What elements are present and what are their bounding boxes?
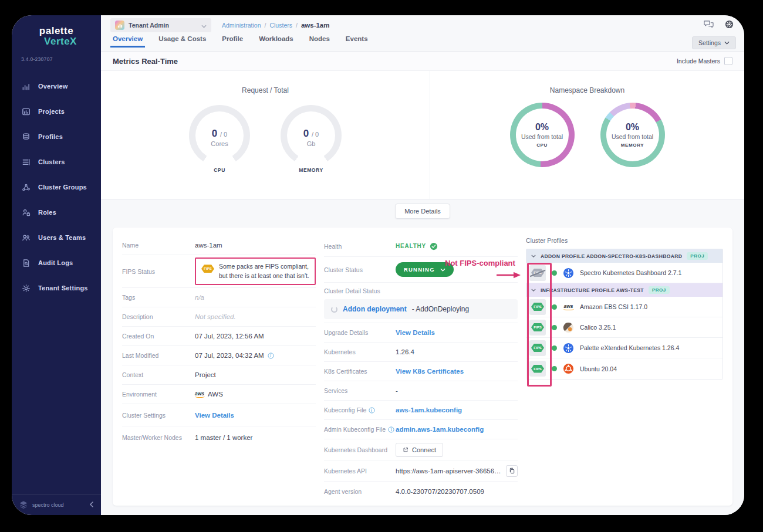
sidebar-item-clusters[interactable]: Clusters [12,150,101,175]
copy-icon [509,467,515,474]
sidebar-item-users-teams[interactable]: Users & Teams [12,225,101,250]
detail-label: Kubernetes [324,348,396,355]
pack-name: Ubuntu 20.04 [580,365,617,372]
info-icon[interactable] [388,426,394,433]
tab-events[interactable]: Events [346,35,368,48]
environment-value: AWS [208,391,223,398]
status-dot [552,366,557,371]
breadcrumb-separator: / [296,22,298,29]
detail-label: Kubernetes Dashboard [324,446,396,453]
detail-row-description: Description Not specified. [122,307,316,327]
cluster-profiles-table: ADDON PROFILE ADDON-SPECTRO-K8S-DASHBOAR… [526,249,723,379]
tab-profile[interactable]: Profile [222,35,243,48]
upgrade-details-link[interactable]: View Details [396,329,435,336]
pack-row-calico[interactable]: FIPS Calico 3.25.1 [526,317,723,338]
fips-compliant-icon: FIPS [529,299,546,315]
detail-label: Cluster Settings [122,412,195,419]
sidebar-item-roles[interactable]: Roles [12,200,101,225]
kubeconfig-file-link[interactable]: aws-1am.kubeconfig [396,406,462,414]
profile-header-text: INFRASTRUCTURE PROFILE AWS-TEST [541,287,644,293]
tab-workloads[interactable]: Workloads [259,35,293,48]
feedback-chat-button[interactable] [703,20,714,31]
addon-deployment-link[interactable]: Addon deployment [343,305,407,313]
pack-row-ubuntu[interactable]: FIPS Ubuntu 20.04 [526,358,723,379]
pack-name: Calico 3.25.1 [580,324,616,331]
sidebar-item-label: Profiles [38,133,63,140]
detail-row-services: Services - [324,381,518,401]
sidebar-item-audit-logs[interactable]: Audit Logs [12,250,101,276]
stack-icon [22,133,31,141]
fips-status-text: Some packs are FIPS compliant, but there… [219,262,309,280]
tags-value: n/a [195,294,204,301]
sidebar-item-cluster-groups[interactable]: Cluster Groups [12,175,101,200]
detail-row-k8s-certificates: K8s Certificates View K8s Certificates [324,362,518,381]
more-details-button[interactable]: More Details [395,204,450,219]
info-icon[interactable] [268,353,274,359]
sidebar-item-label: Clusters [38,158,65,165]
settings-button[interactable]: Settings [692,36,736,49]
cpu-gauge: 0 / 0 Cores CPU [187,105,252,173]
addon-profile-header[interactable]: ADDON PROFILE ADDON-SPECTRO-K8S-DASHBOAR… [526,249,723,263]
pack-name: Spectro Kubernetes Dashboard 2.7.1 [580,269,681,276]
admin-kubeconfig-file-link[interactable]: admin.aws-1am.kubeconfig [396,426,484,433]
tab-usage-costs[interactable]: Usage & Costs [158,35,206,48]
settings-gear-button[interactable] [725,20,734,31]
memory-donut-pct: 0% [626,122,639,133]
description-value: Not specified. [195,313,236,320]
detail-row-agent-version: Agent version 4.0.0-230707/20230707.0509 [324,482,518,501]
detail-row-fips-status: FIPS Status FIPS Some packs are FIPS com… [122,255,316,288]
pack-row-palette-extended-k8s[interactable]: FIPS Palette eXtended Kubernetes 1.26.4 [526,338,723,358]
cpu-gauge-label: CPU [214,167,225,173]
metrics-charts: Request / Total 0 / 0 Cores CPU [101,70,744,199]
sidebar-collapse-button[interactable] [89,501,94,509]
profile-header-text: ADDON PROFILE ADDON-SPECTRO-K8S-DASHBOAR… [541,253,682,259]
connect-button[interactable]: Connect [396,443,443,457]
cluster-status-value: RUNNING [404,266,435,273]
sidebar-item-tenant-settings[interactable]: Tenant Settings [12,276,101,301]
tab-overview[interactable]: Overview [113,35,143,48]
pack-row-amazon-ebs-csi[interactable]: FIPS aws Amazon EBS CSI 1.17.0 [526,297,723,317]
pack-row-spectro-dashboard[interactable]: FIPS Spectro Kubernetes Dashboard 2.7.1 [526,263,723,283]
detail-row-nodes: Master/Worker Nodes 1 master / 1 worker [122,426,316,449]
nodes-icon [22,183,31,192]
fips-compliant-icon: FIPS [529,361,546,377]
tab-nodes[interactable]: Nodes [309,35,330,48]
k8s-certificates-link[interactable]: View K8s Certificates [396,368,464,375]
info-icon[interactable] [369,407,375,414]
logo-line2: VerteX [20,36,101,47]
detail-label: Upgrade Details [324,329,396,336]
cluster-details-card: Name aws-1am FIPS Status FIPS Some packs… [113,228,732,506]
created-on-value: 07 Jul, 2023, 12:56 AM [195,333,264,340]
detail-label: Health [324,243,396,250]
tenant-icon [115,21,124,30]
cluster-settings-link[interactable]: View Details [195,412,234,419]
sidebar-item-profiles[interactable]: Profiles [12,124,101,150]
breadcrumb-administration[interactable]: Administration [222,22,261,29]
fraction-separator: / [312,131,313,138]
scope-selector[interactable]: Tenant Admin [110,18,211,32]
detail-label: Admin Kubeconfig File [324,426,386,433]
memory-donut-caption: Used from total [612,133,653,140]
fips-status-highlight-box: FIPS Some packs are FIPS compliant, but … [195,257,316,284]
cluster-detail-status-box: Addon deployment - AddOnDeploying [324,299,518,319]
proj-badge: PROJ [649,286,670,294]
copy-button[interactable] [506,465,518,477]
sidebar-item-overview[interactable]: Overview [12,74,101,99]
fips-compliant-icon: FIPS [529,340,546,356]
namespace-breakdown-title: Namespace Breakdown [550,86,624,94]
breadcrumb-clusters[interactable]: Clusters [269,22,292,29]
kubernetes-icon [563,267,574,279]
annotation-text: Not FIPS-compliant [445,259,515,267]
tab-bar: Overview Usage & Costs Profile Workloads… [101,35,744,52]
request-total-panel: Request / Total 0 / 0 Cores CPU [101,71,430,199]
detail-label: Agent version [324,488,396,495]
fips-noncompliant-icon: FIPS [529,265,546,281]
kubernetes-api-value: https://aws-1am-apiserver-366568949... [396,467,502,475]
detail-row-upgrade-details: Upgrade Details View Details [324,323,518,343]
more-details-row: More Details [101,199,744,223]
infrastructure-profile-header[interactable]: INFRASTRUCTURE PROFILE AWS-TEST PROJ [526,283,723,297]
include-masters-checkbox[interactable] [724,57,732,65]
brand-name: spectro cloud [32,502,85,508]
detail-label: K8s Certificates [324,368,396,375]
sidebar-item-projects[interactable]: Projects [12,99,101,124]
